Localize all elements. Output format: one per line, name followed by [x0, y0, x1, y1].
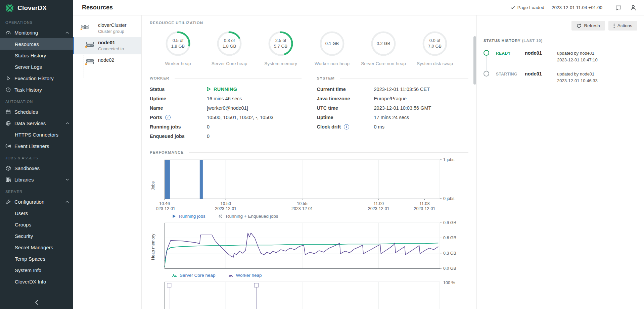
- sidebar-item-configuration[interactable]: Configuration: [0, 196, 73, 207]
- sidebar-item-schedules[interactable]: Schedules: [0, 106, 73, 117]
- gauge-value: 0.3 of1.8 GB: [217, 31, 242, 56]
- status-label: READY: [496, 50, 525, 56]
- sidebar-collapse-button[interactable]: [0, 295, 73, 309]
- brand-name: CloverDX: [17, 4, 47, 12]
- info-value: 0: [207, 124, 210, 130]
- info-icon[interactable]: i: [344, 124, 349, 130]
- info-value: 17 mins 24 secs: [374, 115, 409, 120]
- info-value: 0: [207, 134, 210, 139]
- worker-title: WORKER: [150, 76, 169, 80]
- refresh-label: Refresh: [584, 23, 600, 28]
- sandboxes-icon: [5, 165, 11, 171]
- header-right: Page Loaded 2023-12-01 11:04 +01:00: [511, 4, 637, 11]
- sidebar-nav: OPERATIONSMonitoringResourcesStatus Hist…: [0, 16, 73, 295]
- sidebar-item-temp-spaces[interactable]: Temp Spaces: [0, 253, 73, 264]
- sidebar-item-system-info[interactable]: System Info: [0, 264, 73, 276]
- node-title: cloverCluster: [98, 22, 139, 28]
- legend-item-worker-heap[interactable]: Worker heap: [228, 273, 262, 278]
- sidebar-item-resources[interactable]: Resources: [0, 38, 73, 50]
- info-label: Name: [150, 105, 207, 111]
- sidebar-item-label: Schedules: [14, 109, 69, 115]
- info-label: UTC time: [317, 105, 374, 111]
- sidebar-item-cloverdx-info[interactable]: CloverDX Info: [0, 276, 73, 287]
- sidebar-item-security[interactable]: Security: [0, 230, 73, 242]
- brand[interactable]: CloverDX: [0, 0, 73, 16]
- status-history-heading: STATUS HISTORY(LAST 10): [484, 39, 637, 43]
- status-history-timeline: READYnode01updated by node012023-12-01 1…: [484, 50, 637, 85]
- sidebar-item-users[interactable]: Users: [0, 207, 73, 219]
- pulse-icon: [172, 273, 177, 277]
- node-item-node02[interactable]: node02: [73, 54, 141, 70]
- info-icon[interactable]: i: [165, 115, 171, 120]
- sidebar-item-event-listeners[interactable]: Event Listeners: [0, 140, 73, 152]
- svg-text:0.0 GB: 0.0 GB: [443, 266, 456, 271]
- node-status-dot: [80, 28, 83, 31]
- user-icon[interactable]: [630, 4, 637, 11]
- node-item-node01[interactable]: node01Connected to: [73, 37, 141, 54]
- cpu-chart-plot: 100 %: [156, 280, 466, 309]
- sidebar-item-groups[interactable]: Groups: [0, 219, 73, 230]
- chevron-up-icon: [65, 122, 69, 124]
- scrollbar-thumb[interactable]: [473, 36, 476, 85]
- sidebar-item-execution-history[interactable]: Execution History: [0, 72, 73, 84]
- svg-text:11:00: 11:00: [374, 201, 384, 206]
- play-icon: [172, 214, 176, 218]
- status-history-title: STATUS HISTORY: [484, 39, 521, 43]
- node-icon: [86, 41, 94, 47]
- heap-chart-ylabel: Heap memory: [150, 221, 156, 272]
- info-label: Enqueued jobs: [150, 134, 207, 139]
- performance-section-head: PERFORMANCE: [150, 150, 468, 154]
- info-columns: WORKER StatusRUNNINGUptime16 mins 46 sec…: [150, 76, 468, 142]
- legend-label: Worker heap: [236, 273, 262, 278]
- cpu-chart-ylabel: [150, 280, 156, 309]
- info-value: 10500, 10501, 10502, -, 10503: [207, 115, 273, 120]
- cpu-chart: 100 %: [150, 280, 468, 309]
- node-item-clovercluster[interactable]: cloverClusterCluster group: [73, 19, 141, 37]
- gauge-ring: 0.1 GB: [319, 31, 345, 56]
- refresh-button[interactable]: Refresh: [571, 21, 605, 31]
- sidebar-item-status-history[interactable]: Status History: [0, 50, 73, 61]
- main-scrollbar[interactable]: [473, 15, 476, 309]
- legend-label: Running + Enqueued jobs: [226, 214, 278, 219]
- sidebar-item-sandboxes[interactable]: Sandboxes: [0, 162, 73, 174]
- gauge-label: Worker non-heap: [315, 61, 350, 66]
- sidebar-item-data-services[interactable]: Data Services: [0, 117, 73, 129]
- info-value: 2023-12-01 11:03:56 CET: [374, 87, 430, 92]
- legend-item-running-jobs[interactable]: Running jobs: [172, 214, 205, 219]
- sidebar-item-label: System Info: [15, 267, 69, 273]
- legend-item-server-core-heap[interactable]: Server Core heap: [172, 273, 216, 278]
- svg-text:1 jobs: 1 jobs: [443, 158, 454, 162]
- sidebar-item-https-connectors[interactable]: HTTPS Connectors: [0, 129, 73, 140]
- status-history-entry: STARTINGnode01updated by node012023-12-0…: [484, 71, 637, 84]
- info-value: Europe/Prague: [374, 96, 407, 101]
- configuration-icon: [5, 199, 11, 205]
- sidebar-item-monitoring[interactable]: Monitoring: [0, 27, 73, 38]
- resource-utilization-title: RESOURCE UTILIZATION: [150, 21, 203, 25]
- gauge-value: 0.0 of7.0 GB: [422, 31, 448, 56]
- status-label: STARTING: [496, 71, 525, 76]
- gauge-label: System memory: [264, 61, 297, 66]
- feedback-icon[interactable]: [615, 4, 622, 11]
- task-history-icon: [5, 87, 11, 93]
- sidebar-item-task-history[interactable]: Task History: [0, 84, 73, 95]
- svg-text:0.3 GB: 0.3 GB: [443, 251, 456, 256]
- node-title: node01: [98, 40, 139, 45]
- sidebar-item-label: Configuration: [14, 199, 62, 205]
- node-title: node02: [98, 57, 139, 63]
- heap-chart-plot: 0.9 GB0.6 GB0.3 GB0.0 GB: [156, 221, 466, 272]
- gauge-value: 0.1 GB: [319, 31, 345, 56]
- legend-item-running-enqueued-jobs[interactable]: Running + Enqueued jobs: [218, 214, 278, 219]
- gauge-worker-non-heap: 0.1 GBWorker non-heap: [309, 31, 356, 66]
- sidebar-item-libraries[interactable]: Libraries: [0, 174, 73, 185]
- sidebar-item-label: Status History: [15, 53, 69, 58]
- actions-button[interactable]: Actions: [608, 21, 637, 31]
- divider: [340, 78, 468, 79]
- chevron-down-icon: [65, 178, 69, 181]
- chevron-left-icon: [35, 300, 38, 305]
- schedules-icon: [5, 109, 11, 115]
- sidebar-item-server-logs[interactable]: Server Logs: [0, 61, 73, 72]
- system-rows: Current time2023-12-01 11:03:56 CETJava …: [317, 86, 469, 130]
- sidebar-item-secret-managers[interactable]: Secret Managers: [0, 242, 73, 253]
- sidebar-item-label: Secret Managers: [15, 245, 69, 250]
- svg-text:10:55: 10:55: [297, 201, 307, 206]
